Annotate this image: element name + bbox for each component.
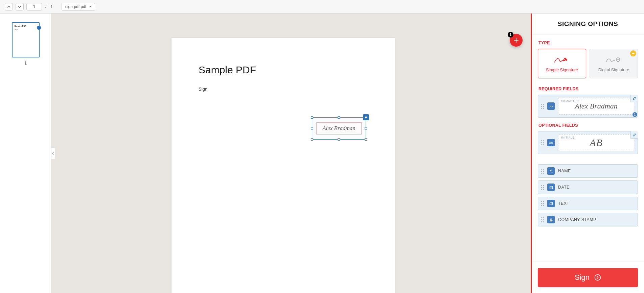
fab-count-badge: 1	[508, 32, 513, 38]
resize-handle[interactable]	[365, 127, 367, 130]
sign-button-label: Sign	[575, 273, 590, 282]
resize-handle[interactable]	[338, 138, 340, 141]
field-name-label: NAME	[558, 169, 571, 173]
page-thumbnail-1[interactable]: Sample PDF Sign:	[12, 22, 40, 57]
signing-options-panel: SIGNING OPTIONS TYPE Simple Signature	[531, 14, 644, 293]
collapse-thumbnails-handle[interactable]	[51, 147, 55, 160]
drag-handle-icon	[541, 185, 544, 190]
svg-point-2	[550, 170, 552, 171]
field-company-stamp-label: COMPANY STAMP	[558, 217, 596, 222]
page-up-button[interactable]	[5, 3, 13, 10]
edit-signature-button[interactable]	[630, 95, 638, 102]
resize-handle[interactable]	[311, 138, 313, 141]
simple-signature-icon	[553, 55, 571, 65]
date-chip-icon	[547, 184, 555, 191]
document-sign-label: Sign:	[199, 87, 368, 92]
type-simple-signature[interactable]: Simple Signature	[538, 49, 586, 78]
section-title-type: TYPE	[538, 41, 638, 45]
section-title-required: REQUIRED FIELDS	[538, 87, 638, 91]
options-body: TYPE Simple Signature	[532, 34, 644, 262]
digital-signature-icon	[605, 55, 623, 65]
thumbnail-indicator-dot	[37, 26, 41, 30]
options-footer: Sign	[532, 262, 644, 293]
drag-handle-icon	[541, 201, 544, 206]
drag-handle-icon	[541, 104, 544, 109]
resize-handle[interactable]	[338, 116, 340, 119]
type-digital-label: Digital Signature	[598, 68, 629, 72]
type-digital-signature[interactable]: Digital Signature	[590, 49, 638, 78]
chevron-up-icon	[7, 5, 10, 8]
signature-preview: SIGNATURE Alex Bradman	[558, 98, 634, 115]
resize-handle[interactable]	[311, 127, 313, 130]
premium-badge	[630, 50, 636, 56]
field-name[interactable]: NAME	[538, 164, 638, 178]
page-down-button[interactable]	[16, 3, 24, 10]
pencil-icon	[632, 133, 637, 137]
signature-usage-count: 1	[632, 112, 638, 118]
placed-signature-field[interactable]: Alex Bradman	[312, 117, 366, 140]
document-canvas[interactable]: Sample PDF Sign: Alex Bradman 1	[51, 14, 531, 293]
crown-icon	[631, 52, 635, 55]
calendar-icon	[549, 185, 553, 190]
resize-handle[interactable]	[365, 138, 367, 141]
file-dropdown[interactable]: sign pdf.pdf	[62, 3, 95, 11]
main: Sample PDF Sign: 1 Sample PDF Sign:	[0, 14, 644, 293]
svg-point-1	[617, 59, 618, 60]
name-chip-icon	[547, 167, 555, 175]
thumbnail-panel: Sample PDF Sign: 1	[0, 14, 51, 293]
field-company-stamp[interactable]: COMPANY STAMP	[538, 213, 638, 226]
resize-handle[interactable]	[311, 116, 313, 119]
options-header: SIGNING OPTIONS	[532, 14, 644, 34]
workspace: Sample PDF Sign: 1 Sample PDF Sign:	[0, 14, 531, 293]
placed-signature-preview: Alex Bradman	[316, 122, 362, 135]
drag-handle-icon	[541, 140, 544, 145]
drag-handle-icon	[541, 169, 544, 174]
signature-chip-icon	[547, 102, 555, 110]
text-icon	[549, 201, 553, 206]
field-text[interactable]: TEXT	[538, 197, 638, 210]
thumbnail-page-number: 1	[24, 61, 27, 66]
svg-rect-3	[550, 186, 552, 189]
resize-handle[interactable]	[365, 116, 367, 119]
initials-mini-label: INITIALS	[561, 136, 575, 139]
pdf-page: Sample PDF Sign:	[171, 38, 395, 293]
stamp-icon	[549, 218, 553, 222]
page-total: 1	[50, 4, 53, 9]
page-separator: /	[45, 4, 46, 9]
toolbar: / 1 sign pdf.pdf	[0, 0, 644, 14]
arrow-right-circle-icon	[594, 274, 601, 281]
svg-point-5	[595, 275, 601, 280]
type-simple-label: Simple Signature	[546, 68, 578, 72]
sign-button[interactable]: Sign	[538, 268, 638, 287]
caret-down-icon	[89, 5, 92, 8]
person-icon	[549, 169, 553, 173]
initials-chip-icon: AC	[547, 139, 555, 146]
thumbnail-preview: Sample PDF Sign:	[13, 23, 39, 32]
document-title: Sample PDF	[199, 64, 368, 76]
field-date-label: DATE	[558, 185, 570, 190]
initials-preview-text: AB	[590, 137, 603, 148]
edit-initials-button[interactable]	[630, 131, 638, 139]
text-chip-icon	[547, 200, 555, 207]
page-current-input[interactable]	[26, 3, 42, 10]
add-field-fab[interactable]: 1	[510, 34, 523, 47]
stamp-chip-icon	[547, 216, 555, 223]
field-text-label: TEXT	[558, 201, 570, 206]
drag-handle-icon	[541, 217, 544, 222]
field-signature[interactable]: SIGNATURE Alex Bradman 1	[538, 95, 638, 118]
initials-preview: INITIALS AB	[558, 134, 634, 151]
section-title-optional: OPTIONAL FIELDS	[538, 123, 638, 128]
signature-preview-text: Alex Bradman	[575, 102, 617, 111]
plus-icon	[513, 37, 519, 43]
field-date[interactable]: DATE	[538, 180, 638, 194]
field-initials[interactable]: AC INITIALS AB	[538, 131, 638, 154]
signature-type-row: Simple Signature Digital Sign	[538, 49, 638, 78]
pencil-icon	[632, 96, 637, 100]
file-name: sign pdf.pdf	[65, 4, 86, 9]
chevron-down-icon	[18, 5, 21, 8]
signature-mini-label: SIGNATURE	[561, 99, 580, 103]
chevron-left-icon	[52, 152, 54, 155]
